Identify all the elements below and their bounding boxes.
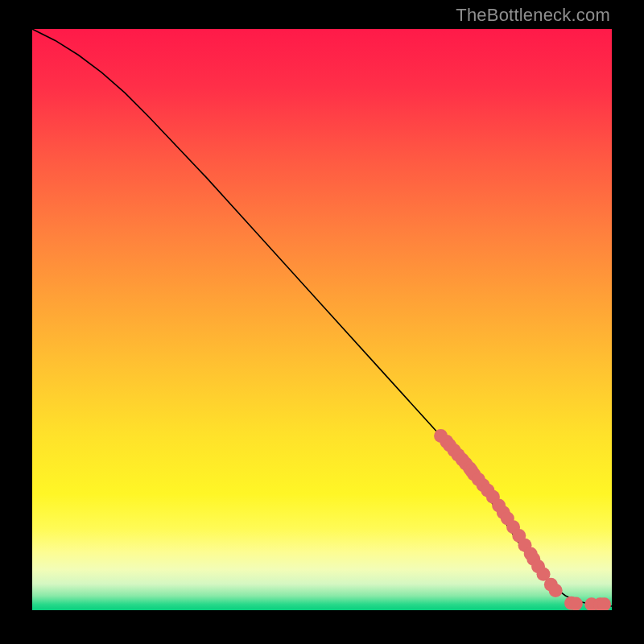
scatter-point bbox=[549, 584, 563, 597]
gradient-background bbox=[32, 29, 612, 610]
chart-svg bbox=[32, 29, 612, 610]
watermark-text: TheBottleneck.com bbox=[456, 5, 610, 26]
plot-area bbox=[32, 29, 612, 610]
scatter-point bbox=[569, 597, 583, 610]
chart-frame: TheBottleneck.com bbox=[0, 0, 644, 644]
